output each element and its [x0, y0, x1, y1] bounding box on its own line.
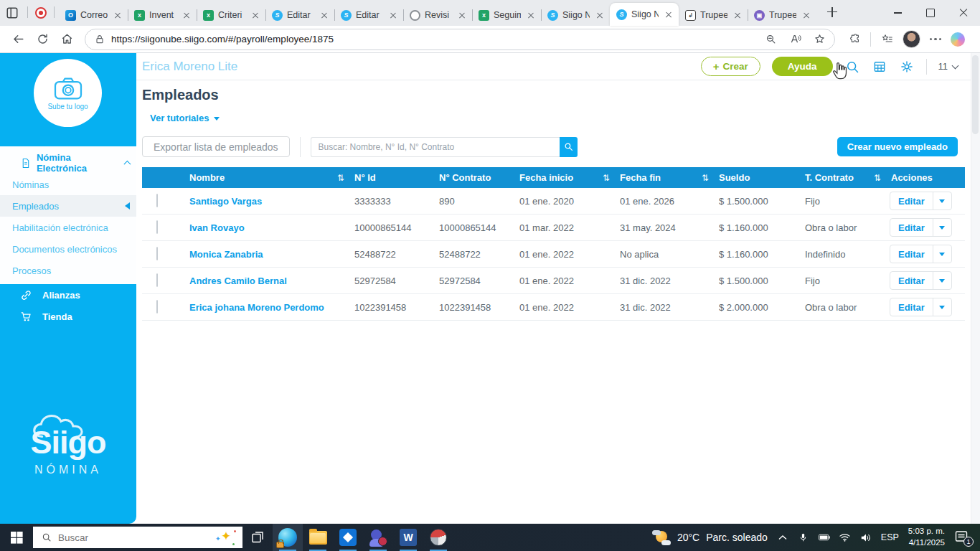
taskbar-app-word[interactable] — [393, 524, 423, 551]
language-indicator[interactable]: ESP — [881, 532, 899, 542]
close-icon[interactable] — [181, 9, 192, 21]
tab-trupee-2[interactable]: Trupee — [748, 4, 816, 26]
sidebar-item-alianzas[interactable]: Alianzas — [0, 284, 136, 306]
edit-dropdown-icon[interactable] — [933, 219, 951, 236]
row-checkbox[interactable] — [156, 220, 158, 234]
crear-button[interactable]: Crear — [701, 57, 760, 76]
new-tab-button[interactable] — [822, 2, 842, 22]
clock[interactable]: 5:03 p. m. 4/11/2025 — [908, 526, 945, 548]
page-scrollbar[interactable] — [971, 53, 980, 524]
start-button[interactable] — [0, 524, 33, 551]
close-icon[interactable] — [250, 9, 261, 21]
task-view-button[interactable] — [242, 524, 273, 551]
sidebar-item-empleados[interactable]: Empleados — [0, 195, 136, 217]
employee-name-link[interactable]: Andres Camilo Bernal — [187, 276, 352, 286]
refresh-icon[interactable] — [32, 29, 53, 50]
sort-icon[interactable]: ⇅ — [603, 173, 610, 183]
close-icon[interactable] — [663, 9, 674, 20]
catalog-table-icon[interactable] — [872, 59, 887, 75]
tab-revisi[interactable]: Revisi — [403, 4, 472, 26]
edit-button[interactable]: Editar — [890, 192, 933, 209]
taskbar-app-snip[interactable] — [423, 524, 453, 551]
sidebar-item-documentos[interactable]: Documentos electrónicos — [0, 238, 136, 260]
close-icon[interactable] — [732, 9, 743, 21]
close-icon[interactable] — [801, 9, 812, 21]
sidebar-section-nomina-electronica[interactable]: Nómina Electrónica — [0, 146, 136, 174]
employee-name-link[interactable]: Ivan Rovayo — [187, 222, 352, 233]
notification-center-button[interactable]: 1 — [954, 529, 971, 545]
company-selector[interactable]: 11 — [938, 61, 958, 72]
employee-name-link[interactable]: Santiago Vargas — [187, 196, 352, 207]
sort-icon[interactable]: ⇅ — [874, 173, 881, 183]
edit-dropdown-icon[interactable] — [933, 192, 951, 209]
edit-button[interactable]: Editar — [890, 219, 933, 236]
taskbar-app-file-explorer[interactable] — [303, 524, 333, 551]
taskbar-app-devops[interactable] — [333, 524, 363, 551]
edit-button[interactable]: Editar — [890, 298, 933, 316]
edit-dropdown-icon[interactable] — [933, 272, 951, 289]
address-bar[interactable]: https://siigonube.siigo.com/#/payroll/em… — [85, 29, 835, 50]
close-icon[interactable] — [594, 9, 606, 21]
tab-actions-icon[interactable] — [4, 5, 20, 21]
tab-trupee-1[interactable]: Trupee — [679, 4, 748, 26]
tab-seguim[interactable]: Seguim — [472, 4, 541, 26]
export-button[interactable]: Exportar lista de empleados — [142, 136, 290, 157]
wifi-icon[interactable] — [839, 533, 851, 542]
scrollbar-thumb[interactable] — [972, 55, 979, 134]
browser-menu-icon[interactable] — [927, 38, 944, 40]
close-icon[interactable] — [319, 9, 330, 21]
search-button[interactable] — [560, 137, 578, 157]
window-close-button[interactable] — [947, 0, 980, 26]
close-icon[interactable] — [456, 9, 468, 21]
collections-icon[interactable] — [877, 30, 896, 49]
sidebar-item-nominas[interactable]: Nóminas — [0, 174, 136, 195]
tab-siigo-1[interactable]: Siigo N — [541, 4, 610, 26]
minimize-button[interactable] — [881, 0, 914, 26]
microphone-icon[interactable] — [798, 532, 809, 543]
tab-editar-1[interactable]: Editar — [265, 4, 334, 26]
volume-icon[interactable] — [860, 533, 872, 542]
close-icon[interactable] — [112, 9, 123, 21]
url-text[interactable]: https://siigonube.siigo.com/#/payroll/em… — [111, 34, 755, 44]
row-checkbox[interactable] — [156, 247, 158, 260]
maximize-button[interactable] — [914, 0, 947, 26]
edit-button[interactable]: Editar — [890, 272, 933, 289]
sidebar-item-tienda[interactable]: Tienda — [0, 306, 136, 327]
tab-correo[interactable]: Correo — [59, 4, 128, 26]
tab-invent[interactable]: Invent — [128, 4, 197, 26]
edit-dropdown-icon[interactable] — [933, 245, 951, 263]
back-icon[interactable] — [7, 29, 29, 50]
employee-name-link[interactable]: Erica johana Moreno Perdomo — [187, 302, 352, 313]
row-checkbox[interactable] — [156, 300, 158, 314]
ayuda-button[interactable]: Ayuda — [772, 57, 833, 76]
copilot-icon[interactable] — [951, 32, 965, 47]
taskbar-search[interactable]: ✦✦ — [33, 527, 242, 548]
taskbar-search-input[interactable] — [58, 532, 212, 543]
edit-button[interactable]: Editar — [890, 245, 933, 263]
sidebar-item-habilitacion[interactable]: Habilitación electrónica — [0, 217, 136, 238]
zoom-out-icon[interactable] — [761, 30, 780, 49]
close-icon[interactable] — [525, 9, 537, 21]
row-checkbox[interactable] — [156, 273, 158, 287]
search-icon[interactable] — [844, 59, 860, 75]
sort-icon[interactable]: ⇅ — [702, 173, 709, 183]
taskbar-app-teams[interactable] — [363, 524, 393, 551]
favorite-star-icon[interactable] — [810, 30, 829, 49]
battery-icon[interactable] — [819, 534, 830, 541]
read-aloud-icon[interactable] — [786, 30, 804, 49]
recording-indicator-icon[interactable] — [35, 7, 47, 19]
profile-avatar[interactable] — [903, 30, 920, 48]
sidebar-item-procesos[interactable]: Procesos — [0, 260, 136, 281]
employee-search-input[interactable] — [311, 137, 560, 157]
edit-dropdown-icon[interactable] — [933, 298, 951, 316]
weather-widget[interactable]: 20°C Parc. soleado — [652, 529, 768, 545]
taskbar-app-edge[interactable] — [273, 524, 303, 551]
sort-icon[interactable]: ⇅ — [337, 173, 344, 183]
tab-editar-2[interactable]: Editar — [334, 4, 403, 26]
extensions-icon[interactable] — [845, 30, 864, 49]
home-icon[interactable] — [56, 29, 77, 50]
create-employee-button[interactable]: Crear nuevo empleado — [837, 137, 958, 156]
tab-siigo-active[interactable]: Siigo N — [610, 3, 679, 26]
gear-icon[interactable] — [899, 59, 915, 75]
row-checkbox[interactable] — [156, 194, 158, 207]
